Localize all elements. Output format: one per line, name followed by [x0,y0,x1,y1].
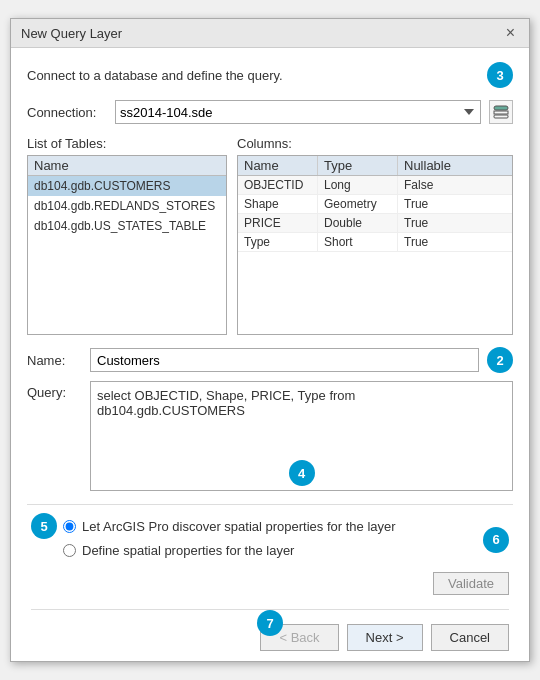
tables-section: List of Tables: Name db104.gdb.CUSTOMERS… [27,136,227,335]
col-nullable: True [398,214,468,232]
close-button[interactable]: × [502,25,519,41]
query-row: Query: select OBJECTID, Shape, PRICE, Ty… [27,381,513,494]
button-row: 7 < Back Next > Cancel [31,624,509,651]
dialog-title: New Query Layer [21,26,122,41]
columns-section: Columns: Name Type Nullable OBJECTID Lon… [237,136,513,335]
column-row: PRICE Double True [238,214,512,233]
new-query-layer-dialog: New Query Layer × Connect to a database … [10,18,530,662]
columns-table: Name Type Nullable OBJECTID Long False S… [237,155,513,335]
badge-3: 3 [487,62,513,88]
tables-columns-section: List of Tables: Name db104.gdb.CUSTOMERS… [27,136,513,335]
connection-row: Connection: ss2014-104.sde [27,100,513,124]
badge-4: 4 [289,460,315,486]
spatial-radio-define[interactable] [63,544,76,557]
instruction-text: Connect to a database and define the que… [27,68,283,83]
col-type: Long [318,176,398,194]
validate-row: Validate [31,572,509,595]
spatial-option-1-label: Let ArcGIS Pro discover spatial properti… [82,519,396,534]
col-type: Short [318,233,398,251]
instruction-row: Connect to a database and define the que… [27,62,513,88]
col-name: Type [238,233,318,251]
column-row: Type Short True [238,233,512,252]
name-label: Name: [27,353,82,368]
col-type: Geometry [318,195,398,213]
table-list-header: Name [28,156,226,176]
svg-rect-2 [494,115,508,118]
tables-label: List of Tables: [27,136,227,151]
column-row: Shape Geometry True [238,195,512,214]
connection-label: Connection: [27,105,107,120]
bottom-section: 5 Let ArcGIS Pro discover spatial proper… [27,513,513,651]
query-wrap: select OBJECTID, Shape, PRICE, Type from… [90,381,513,494]
badge-2: 2 [487,347,513,373]
badge-5: 5 [31,513,57,539]
next-button[interactable]: Next > [347,624,423,651]
title-bar: New Query Layer × [11,19,529,48]
validate-button[interactable]: Validate [433,572,509,595]
col-nullable: False [398,176,468,194]
col-header-name: Name [238,156,318,175]
col-nullable: True [398,233,468,251]
database-browse-button[interactable] [489,100,513,124]
cancel-button[interactable]: Cancel [431,624,509,651]
table-row[interactable]: db104.gdb.US_STATES_TABLE [28,216,226,236]
spatial-option-2-row: Define spatial properties for the layer [63,543,473,558]
columns-label: Columns: [237,136,513,151]
spatial-options-section: 5 Let ArcGIS Pro discover spatial proper… [31,513,473,558]
col-name: OBJECTID [238,176,318,194]
columns-header-row: Name Type Nullable [238,156,512,176]
badge-7: 7 [257,610,283,636]
spatial-option-1-row: Let ArcGIS Pro discover spatial properti… [63,519,396,534]
svg-rect-0 [494,106,508,110]
name-input[interactable] [90,348,479,372]
connection-select[interactable]: ss2014-104.sde [115,100,481,124]
col-header-type: Type [318,156,398,175]
col-type: Double [318,214,398,232]
table-row[interactable]: db104.gdb.REDLANDS_STORES [28,196,226,216]
query-label: Query: [27,381,82,400]
spatial-radio-discover[interactable] [63,520,76,533]
table-list[interactable]: Name db104.gdb.CUSTOMERS db104.gdb.REDLA… [27,155,227,335]
col-nullable: True [398,195,468,213]
database-icon [493,104,509,120]
dialog-body: Connect to a database and define the que… [11,48,529,661]
col-name: PRICE [238,214,318,232]
col-header-nullable: Nullable [398,156,468,175]
badge-6: 6 [483,527,509,553]
name-input-wrap: 2 [90,347,513,373]
table-row[interactable]: db104.gdb.CUSTOMERS [28,176,226,196]
col-name: Shape [238,195,318,213]
name-row: Name: 2 [27,347,513,373]
spatial-option-2-label: Define spatial properties for the layer [82,543,294,558]
column-row: OBJECTID Long False [238,176,512,195]
svg-rect-1 [494,111,508,114]
